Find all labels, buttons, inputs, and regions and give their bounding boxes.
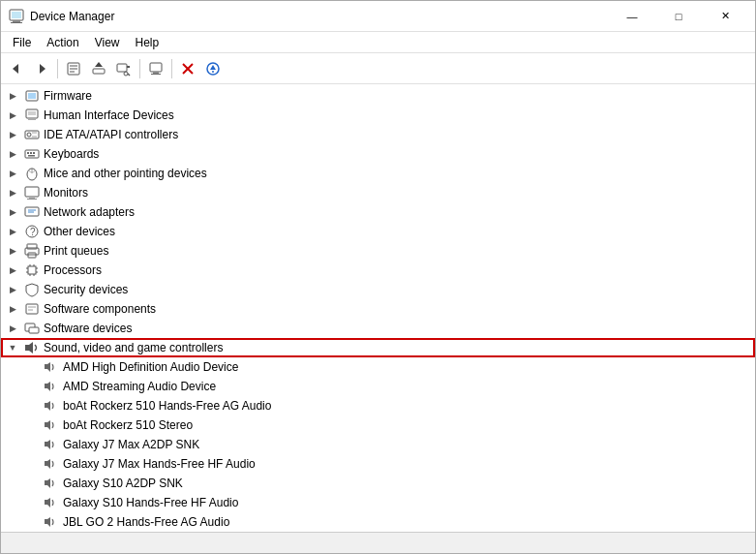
close-button[interactable]: ✕ (703, 5, 747, 28)
expand-button[interactable] (5, 204, 20, 220)
expand-button[interactable] (5, 108, 20, 123)
item-label: Software components (44, 302, 156, 316)
firmware-icon (24, 88, 40, 104)
item-label: Processors (44, 263, 102, 277)
expand-button[interactable] (5, 321, 20, 336)
tree-item[interactable]: Keyboards (1, 144, 755, 164)
tree-item[interactable]: Firmware (1, 86, 755, 106)
svg-rect-85 (45, 519, 47, 524)
item-label: Firmware (44, 89, 92, 103)
tree-item[interactable]: Security devices (1, 280, 755, 299)
item-label: boAt Rockerz 510 Stereo (63, 418, 193, 432)
tree-item[interactable]: Human Interface Devices (1, 106, 755, 125)
svg-rect-35 (27, 152, 29, 154)
expand-button[interactable] (5, 88, 20, 104)
monitor-icon (24, 185, 40, 200)
tree-item[interactable]: AMD Streaming Audio Device (1, 377, 755, 396)
svg-marker-72 (47, 382, 50, 391)
tree-item[interactable]: Network adapters (1, 202, 755, 222)
svg-rect-17 (153, 72, 159, 74)
scan-hardware-button[interactable] (112, 57, 136, 80)
svg-rect-1 (12, 12, 21, 18)
tree-item[interactable]: Mice and other pointing devices (1, 164, 755, 183)
mouse-icon (24, 166, 40, 181)
menu-file[interactable]: File (5, 32, 39, 52)
item-label: Keyboards (44, 147, 99, 161)
tree-item[interactable]: boAt Rockerz 510 Hands-Free AG Audio (1, 396, 755, 416)
audio-icon (44, 456, 59, 472)
tree-item[interactable]: Galaxy J7 Max A2DP SNK (1, 435, 755, 454)
tree-item[interactable]: ?Other devices (1, 222, 755, 241)
svg-marker-11 (95, 62, 103, 67)
tree-item[interactable]: Galaxy J7 Max Hands-Free HF Audio (1, 454, 755, 474)
tree-item[interactable]: Software devices (1, 319, 755, 338)
tree-item[interactable]: Sound, video and game controllers (1, 338, 755, 357)
tree-item[interactable]: IDE ATA/ATAPI controllers (1, 125, 755, 144)
svg-rect-25 (28, 93, 36, 99)
tree-item[interactable]: JBL GO 2 Hands-Free AG Audio (1, 512, 755, 532)
svg-rect-34 (25, 150, 39, 158)
item-label: Network adapters (44, 205, 135, 219)
tree-item[interactable]: Monitors (1, 183, 755, 202)
separator-3 (171, 59, 172, 78)
tree-item[interactable]: Galaxy S10 Hands-Free HF Audio (1, 493, 755, 512)
expand-button[interactable] (5, 166, 20, 181)
forward-button[interactable] (30, 57, 53, 80)
expand-button[interactable] (5, 146, 20, 162)
svg-marker-5 (40, 64, 45, 74)
svg-rect-66 (29, 327, 39, 333)
svg-rect-13 (127, 66, 130, 68)
back-button[interactable] (5, 57, 28, 80)
svg-rect-43 (29, 197, 35, 199)
svg-line-15 (128, 74, 130, 76)
item-label: boAt Rockerz 510 Hands-Free AG Audio (63, 399, 271, 413)
audio-icon (44, 495, 59, 510)
download-button[interactable] (201, 57, 225, 80)
item-label: Galaxy J7 Max A2DP SNK (63, 438, 199, 451)
update-driver-button[interactable] (87, 57, 110, 80)
expand-button[interactable] (5, 282, 20, 297)
svg-rect-83 (45, 500, 47, 505)
tree-item[interactable]: Processors (1, 261, 755, 280)
tree-item[interactable]: boAt Rockerz 510 Stereo (1, 416, 755, 435)
expand-button[interactable] (5, 301, 20, 317)
keyboard-icon (24, 146, 40, 162)
expand-button[interactable] (5, 185, 20, 200)
expand-button[interactable] (5, 243, 20, 259)
menu-view[interactable]: View (87, 32, 128, 52)
menu-help[interactable]: Help (128, 32, 167, 52)
expand-button[interactable] (5, 262, 20, 278)
processor-icon (24, 262, 40, 278)
properties-button[interactable] (62, 57, 85, 80)
item-label: Mice and other pointing devices (44, 167, 207, 180)
tree-item[interactable]: Galaxy S10 A2DP SNK (1, 474, 755, 493)
item-label: Galaxy J7 Max Hands-Free HF Audio (63, 457, 256, 471)
uninstall-button[interactable] (176, 57, 199, 80)
svg-marker-4 (13, 64, 18, 74)
device-tree[interactable]: FirmwareHuman Interface DevicesIDE ATA/A… (1, 84, 755, 532)
audio-icon (44, 398, 59, 414)
expand-button[interactable] (5, 127, 20, 142)
device-manager-window: Device Manager — □ ✕ File Action View He… (0, 0, 756, 554)
item-label: Security devices (44, 283, 128, 296)
svg-rect-77 (45, 442, 47, 446)
tree-item[interactable]: AMD High Definition Audio Device (1, 357, 755, 377)
expand-button[interactable] (5, 340, 20, 355)
expand-button[interactable] (5, 224, 20, 239)
tree-item[interactable]: Software components (1, 299, 755, 319)
item-label: AMD High Definition Audio Device (63, 360, 238, 374)
tree-item[interactable]: Print queues (1, 241, 755, 261)
minimize-button[interactable]: — (610, 5, 654, 28)
separator-1 (57, 59, 58, 78)
display-computer-button[interactable] (144, 57, 167, 80)
svg-text:?: ? (30, 227, 36, 237)
svg-marker-74 (47, 401, 50, 411)
audio-icon (44, 359, 59, 375)
menu-action[interactable]: Action (39, 32, 86, 52)
sound-icon (24, 340, 40, 355)
svg-rect-75 (45, 422, 47, 427)
svg-point-31 (27, 133, 31, 137)
svg-rect-81 (45, 480, 47, 485)
svg-rect-62 (26, 304, 38, 314)
maximize-button[interactable]: □ (656, 5, 701, 28)
